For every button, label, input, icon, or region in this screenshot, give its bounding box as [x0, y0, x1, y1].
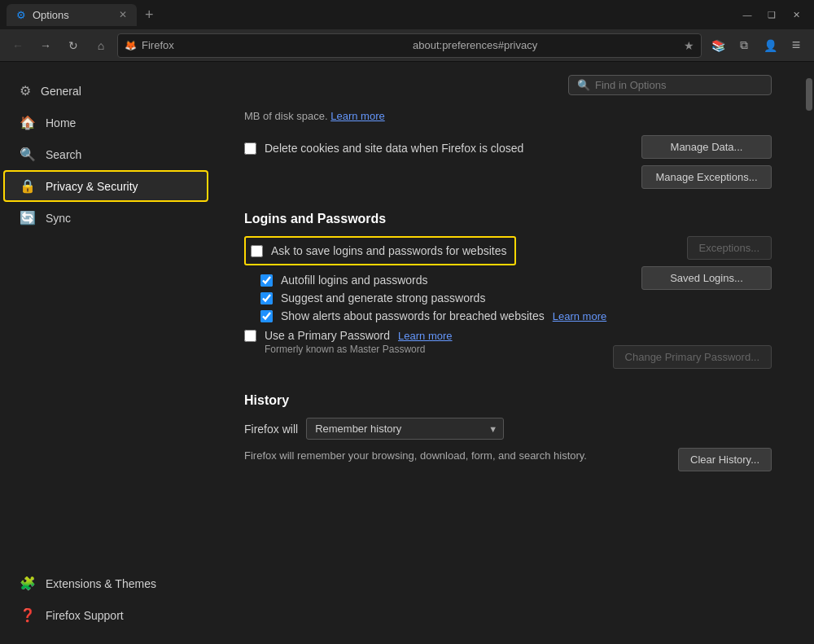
- tab-title: Options: [33, 9, 69, 21]
- library-button[interactable]: 📚: [707, 34, 729, 57]
- ask-save-row: Ask to save logins and passwords for web…: [244, 236, 516, 265]
- scrollbar-track[interactable]: [804, 62, 814, 644]
- find-input[interactable]: [595, 79, 763, 91]
- sidebar-item-search[interactable]: 🔍 Search: [3, 138, 208, 170]
- menu-button[interactable]: ≡: [785, 34, 807, 57]
- active-tab[interactable]: ⚙ Options ✕: [7, 4, 137, 26]
- main-panel: 🔍 MB of disk space. Learn more Delete co…: [212, 62, 814, 644]
- nav-bar: ← → ↻ ⌂ 🦊 Firefox about:preferences#priv…: [0, 29, 814, 62]
- history-section: History Firefox will Remember historyNev…: [244, 393, 772, 471]
- address-bar[interactable]: 🦊 Firefox about:preferences#privacy ★: [117, 33, 702, 58]
- autofill-checkbox[interactable]: [260, 274, 273, 287]
- clear-history-button[interactable]: Clear History...: [678, 448, 772, 471]
- manage-buttons: Manage Data... Manage Exceptions...: [641, 135, 772, 189]
- primary-password-section: Use a Primary Password Learn more Former…: [244, 329, 613, 355]
- exceptions-button[interactable]: Exceptions...: [687, 236, 772, 260]
- disk-space-line: MB of disk space. Learn more: [244, 103, 772, 135]
- manage-exceptions-button[interactable]: Manage Exceptions...: [641, 165, 772, 189]
- sidebar-item-home[interactable]: 🏠 Home: [3, 107, 208, 138]
- change-primary-button[interactable]: Change Primary Password...: [613, 345, 772, 369]
- sidebar-label-support: Firefox Support: [46, 609, 124, 622]
- history-firefox-will-label: Firefox will: [244, 423, 298, 436]
- scrollbar-thumb[interactable]: [806, 78, 812, 111]
- suggest-checkbox[interactable]: [260, 292, 273, 304]
- primary-password-label[interactable]: Use a Primary Password: [265, 329, 390, 342]
- primary-cb-row: Use a Primary Password Learn more: [244, 329, 453, 342]
- logins-row-wrap: Ask to save logins and passwords for web…: [244, 236, 772, 369]
- sidebar-label-general: General: [41, 85, 81, 98]
- alerts-label[interactable]: Show alerts about passwords for breached…: [281, 309, 545, 322]
- home-button[interactable]: ⌂: [90, 34, 112, 57]
- ask-save-checkbox[interactable]: [251, 245, 263, 257]
- sidebar-item-general[interactable]: ⚙ General: [3, 75, 208, 107]
- sidebar-label-home: Home: [46, 116, 76, 129]
- forward-button[interactable]: →: [34, 34, 57, 57]
- sidebar-item-support[interactable]: ❓ Firefox Support: [3, 599, 208, 631]
- autofill-label[interactable]: Autofill logins and passwords: [281, 274, 428, 287]
- refresh-button[interactable]: ↻: [62, 34, 85, 57]
- sidebar-label-extensions: Extensions & Themes: [46, 577, 156, 590]
- sidebar-item-extensions[interactable]: 🧩 Extensions & Themes: [3, 567, 208, 599]
- sidebar-nav: ⚙ General 🏠 Home 🔍 Search 🔒 Privacy & Se…: [0, 75, 212, 234]
- profile-button[interactable]: 👤: [759, 34, 781, 57]
- address-prefix: Firefox: [142, 39, 408, 51]
- primary-subtext: Formerly known as Master Password: [244, 344, 453, 355]
- logins-title: Logins and Passwords: [244, 212, 772, 226]
- logins-section: Logins and Passwords Ask to save logins …: [244, 212, 772, 369]
- learn-more-disk-link[interactable]: Learn more: [330, 110, 384, 122]
- delete-cookies-row: Delete cookies and site data when Firefo…: [244, 135, 523, 161]
- sync-icon: 🔄: [20, 210, 36, 226]
- title-bar: ⚙ Options ✕ + — ❑ ✕: [0, 0, 814, 29]
- sidebar-item-privacy[interactable]: 🔒 Privacy & Security: [3, 170, 208, 202]
- sidebar-label-search: Search: [46, 148, 81, 161]
- sidebar-label-sync: Sync: [46, 212, 71, 225]
- primary-password-checkbox[interactable]: [244, 330, 256, 342]
- maximize-button[interactable]: ❑: [760, 7, 783, 23]
- extensions-icon: 🧩: [20, 576, 36, 591]
- autofill-row: Autofill logins and passwords: [260, 274, 613, 287]
- find-bar: 🔍: [244, 62, 772, 103]
- delete-cookies-section: Delete cookies and site data when Firefo…: [244, 135, 523, 161]
- window-controls: — ❑ ✕: [736, 7, 807, 23]
- disk-space-text: MB of disk space.: [244, 110, 328, 122]
- minimize-button[interactable]: —: [736, 7, 759, 23]
- sidebar-item-sync[interactable]: 🔄 Sync: [3, 202, 208, 234]
- primary-left: Use a Primary Password Learn more Former…: [244, 329, 453, 355]
- tab-close-button[interactable]: ✕: [119, 9, 127, 20]
- history-select-wrap[interactable]: Remember historyNever remember historyAl…: [306, 418, 504, 440]
- sidebar-bottom: 🧩 Extensions & Themes ❓ Firefox Support: [0, 567, 212, 631]
- alerts-learn-more-link[interactable]: Learn more: [553, 310, 606, 322]
- logins-left: Ask to save logins and passwords for web…: [244, 236, 613, 355]
- alerts-checkbox[interactable]: [260, 310, 273, 322]
- new-tab-button[interactable]: +: [142, 7, 157, 24]
- sidebar-label-privacy: Privacy & Security: [46, 180, 138, 193]
- close-button[interactable]: ✕: [785, 7, 807, 23]
- delete-cookies-label[interactable]: Delete cookies and site data when Firefo…: [265, 142, 523, 155]
- find-input-wrap[interactable]: 🔍: [568, 75, 772, 95]
- logins-right: Exceptions... Saved Logins... Change Pri…: [613, 236, 772, 369]
- suggest-row: Suggest and generate strong passwords: [260, 291, 613, 304]
- tab-settings-icon: ⚙: [16, 9, 26, 21]
- bookmark-star[interactable]: ★: [684, 39, 694, 52]
- history-desc: Firefox will remember your browsing, dow…: [244, 448, 587, 464]
- find-icon: 🔍: [577, 79, 590, 91]
- saved-logins-button[interactable]: Saved Logins...: [641, 266, 772, 290]
- delete-cookies-checkbox[interactable]: [244, 142, 256, 155]
- synced-tabs-button[interactable]: ⧉: [733, 34, 755, 57]
- manage-data-button[interactable]: Manage Data...: [641, 135, 772, 159]
- history-title: History: [244, 393, 772, 408]
- sidebar: ⚙ General 🏠 Home 🔍 Search 🔒 Privacy & Se…: [0, 62, 212, 644]
- back-button[interactable]: ←: [7, 34, 29, 57]
- history-desc-row: Firefox will remember your browsing, dow…: [244, 448, 772, 471]
- ask-save-label[interactable]: Ask to save logins and passwords for web…: [271, 244, 506, 257]
- general-icon: ⚙: [20, 83, 31, 99]
- address-url: about:preferences#privacy: [413, 39, 679, 51]
- support-icon: ❓: [20, 607, 36, 623]
- search-sidebar-icon: 🔍: [20, 147, 36, 162]
- history-select[interactable]: Remember historyNever remember historyAl…: [306, 418, 504, 440]
- history-row: Firefox will Remember historyNever remem…: [244, 418, 772, 440]
- suggest-label[interactable]: Suggest and generate strong passwords: [281, 291, 485, 304]
- toolbar-icons: 📚 ⧉ 👤 ≡: [707, 34, 807, 57]
- primary-learn-more-link[interactable]: Learn more: [398, 330, 452, 342]
- main-content-area: ⚙ General 🏠 Home 🔍 Search 🔒 Privacy & Se…: [0, 62, 814, 644]
